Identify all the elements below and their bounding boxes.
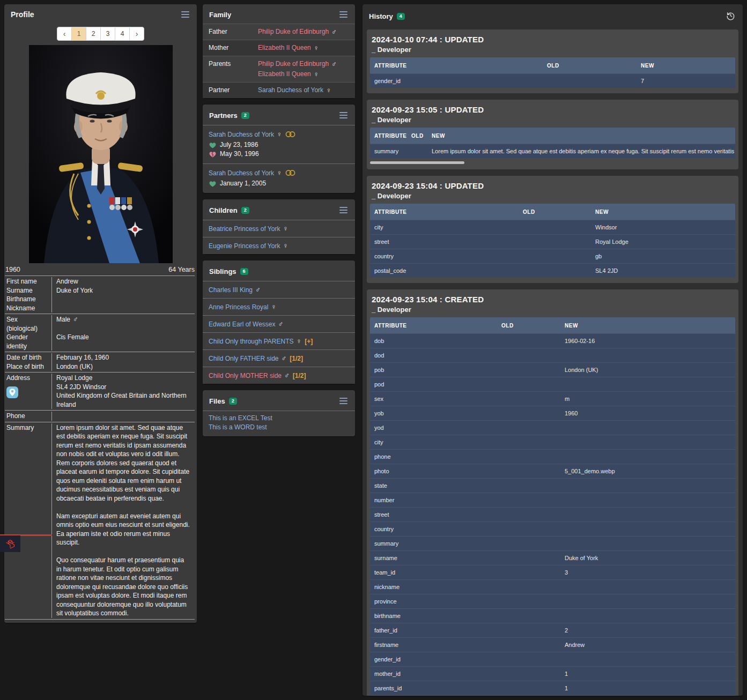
table-row: yob 1960 <box>370 406 735 420</box>
siblings-header: Siblings6 <box>203 260 355 281</box>
relation-people: Philip Duke of Edinburgh ♂ <box>258 27 349 36</box>
cell-attribute: dod <box>370 352 497 359</box>
map-pin-icon[interactable] <box>6 386 18 398</box>
file-link[interactable]: This is a WORD test <box>209 423 349 432</box>
cell-new: 2 <box>560 627 735 634</box>
horizontal-scrollbar[interactable] <box>370 161 733 164</box>
gender-icon: ♂ <box>278 320 284 328</box>
list-item: Child Only FATHER side ♂ [1/2] <box>203 349 355 367</box>
person-link[interactable]: Edward Earl of Wessex <box>209 321 276 328</box>
children-panel: Children2 Beatrice Princess of York ♀ Eu… <box>203 199 355 254</box>
files-panel: Files2 This is an EXCEL Test This is a W… <box>203 390 355 436</box>
person-link[interactable]: Sarah Duchess of York <box>209 169 274 177</box>
field-label-cell: Summary <box>5 423 51 618</box>
person-link[interactable]: Sarah Duchess of York <box>258 86 323 95</box>
partner-entry: Sarah Duchess of York ♀ <box>203 163 355 193</box>
col-new: NEW <box>591 209 735 215</box>
partner-events: January 1, 2005 <box>209 179 349 188</box>
partner-event: January 1, 2005 <box>209 179 349 188</box>
pagination-page-button[interactable]: 2 <box>86 27 101 41</box>
table-row: nickname <box>370 579 735 594</box>
field-value-cell: Andrew <box>51 277 195 286</box>
history-entry: 2024-09-23 15:04 : UPDATED _ Developer A… <box>367 176 738 283</box>
family-row: Partner Sarah Duchess of York ♀ <box>203 82 355 98</box>
cell-attribute: gender_id <box>370 78 543 84</box>
list-item: Anne Princess Royal ♀ <box>203 298 355 315</box>
event-icon-wrap <box>209 181 216 187</box>
pagination-prev-button[interactable]: ‹ <box>57 27 72 41</box>
hamburger-icon[interactable] <box>338 397 349 405</box>
person-link[interactable]: Charles III King <box>209 286 253 294</box>
field-label-cell: Birthname <box>5 295 51 304</box>
profile-field-row: Date of birth February 16, 1960 <box>5 353 195 362</box>
hamburger-icon[interactable] <box>180 10 190 19</box>
person-link[interactable]: Philip Duke of Edinburgh <box>258 27 329 36</box>
cell-attribute: yod <box>370 425 497 431</box>
family-rows: Father Philip Duke of Edinburgh ♂ Mother <box>203 24 355 98</box>
relation-people: Sarah Duchess of York ♀ <box>258 86 349 95</box>
person-link[interactable]: Elizabeth II Queen <box>258 70 311 79</box>
profile-photo[interactable] <box>29 45 173 263</box>
gender-icon: ♀ <box>283 225 288 233</box>
profile-field-row: Address Royal Lodge SL4 2JD Windsor Unit… <box>5 374 195 409</box>
profile-field-row: First name Andrew <box>5 277 195 286</box>
siblings-list: Charles III King ♂ Anne Princess Royal ♀… <box>203 281 355 384</box>
person-link[interactable]: Sarah Duchess of York <box>209 131 274 138</box>
history-entry-heading: 2024-09-23 15:05 : UPDATED <box>372 105 735 114</box>
hamburger-icon[interactable] <box>338 10 349 19</box>
history-entry: 2024-09-23 15:04 : CREATED _ Developer A… <box>367 289 738 696</box>
profile-field-group: First name Andrew Surname <box>5 276 195 314</box>
history-icon[interactable] <box>725 10 736 21</box>
debugbar-toggle-button[interactable] <box>0 535 20 552</box>
person-link[interactable]: Beatrice Princess of York <box>209 225 280 233</box>
hamburger-icon[interactable] <box>338 111 349 120</box>
siblings-title: Siblings <box>209 267 236 275</box>
table-row: birthname <box>370 608 735 623</box>
profile-field-group: Sex (biological) Male♂ Gender identity <box>5 314 195 352</box>
history-table-body: dob 1960-02-16 dod <box>370 333 735 696</box>
cell-attribute: sex <box>370 396 497 402</box>
family-row: Parents Philip Duke of Edinburgh ♂ Eliza… <box>203 56 355 82</box>
cell-new: Windsor <box>591 224 735 230</box>
partner-event: May 30, 1996 <box>209 150 349 159</box>
cell-attribute: number <box>370 497 497 503</box>
history-entry-user: _ Developer <box>372 306 735 314</box>
hamburger-icon[interactable] <box>338 206 349 214</box>
field-label-cell: Gender identity <box>5 333 51 351</box>
person-link[interactable]: Anne Princess Royal <box>209 303 268 311</box>
table-row: city <box>370 435 735 449</box>
person-link[interactable]: Eugenie Princess of York <box>209 242 280 250</box>
person-link[interactable]: Child Only MOTHER side <box>209 372 282 379</box>
pagination-page-button[interactable]: 1 <box>71 27 86 41</box>
field-label: First name <box>6 277 37 286</box>
gender-icon: ♀ <box>283 242 288 250</box>
field-label: Sex (biological) <box>6 315 49 333</box>
person-link[interactable]: Elizabeth II Queen <box>258 43 311 53</box>
age-label: 64 Years <box>168 266 195 273</box>
file-link[interactable]: This is an EXCEL Test <box>209 414 349 423</box>
person-link[interactable]: Child Only through PARENTS <box>209 338 294 345</box>
pagination-next-button[interactable]: › <box>129 27 144 41</box>
partner-entries: Sarah Duchess of York ♀ <box>203 125 355 193</box>
profile-panel: Profile ‹ 1 2 3 4 › <box>4 4 197 623</box>
event-date: May 30, 1996 <box>220 150 259 159</box>
pagination-page-button[interactable]: 4 <box>115 27 130 41</box>
profile-header: Profile <box>4 4 197 24</box>
cell-attribute: firstname <box>370 642 497 648</box>
cell-attribute: country <box>370 526 497 532</box>
person-link[interactable]: Child Only FATHER side <box>209 355 278 362</box>
table-row: father_id 2 <box>370 623 735 637</box>
birth-year: 1960 <box>5 266 20 273</box>
relation-label: Parents <box>209 59 258 69</box>
field-value-cell: Royal Lodge SL4 2JD Windsor United Kingd… <box>51 374 195 409</box>
pagination-page-button[interactable]: 3 <box>100 27 115 41</box>
relation-label: Partner <box>209 86 258 95</box>
files-title: Files <box>209 397 225 405</box>
cell-attribute: phone <box>370 453 497 460</box>
history-table: ATTRIBUTE OLD NEW gender_id 7 <box>370 57 735 88</box>
field-label-cell: Phone <box>5 412 51 421</box>
wedding-rings-icon <box>285 169 295 176</box>
table-row: state <box>370 478 735 493</box>
person-link[interactable]: Philip Duke of Edinburgh <box>258 59 329 69</box>
cell-attribute: father_id <box>370 627 497 634</box>
